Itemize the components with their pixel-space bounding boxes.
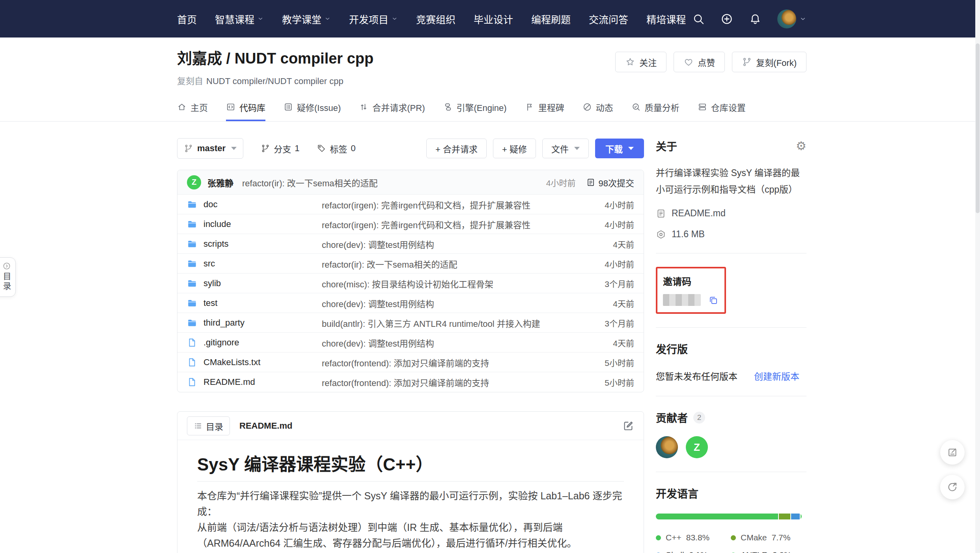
file-commit-message[interactable]: refactor(irgen): 完善irgen代码和文档，提升扩展兼容性 bbox=[322, 198, 605, 211]
languages-title: 开发语言 bbox=[656, 486, 806, 501]
files-dropdown-button[interactable]: 文件 bbox=[542, 139, 589, 158]
file-commit-message[interactable]: chore(dev): 调整test用例结构 bbox=[322, 336, 613, 349]
new-pr-button[interactable]: + 合并请求 bbox=[426, 139, 487, 158]
readme-link[interactable]: README.md bbox=[656, 208, 806, 219]
branches-link[interactable]: 分支 1 bbox=[261, 142, 299, 155]
commits-link[interactable]: 98次提交 bbox=[586, 176, 634, 189]
nav-item[interactable]: 交流问答 bbox=[589, 12, 628, 26]
contributors-count-badge: 2 bbox=[693, 412, 705, 424]
branch-icon bbox=[184, 144, 193, 153]
language-bar-segment bbox=[791, 514, 800, 519]
repo-tab[interactable]: 动态 bbox=[582, 101, 613, 121]
contributors-title: 贡献者 bbox=[656, 410, 688, 425]
file-name[interactable]: scripts bbox=[203, 239, 322, 249]
nav-item[interactable]: 精培课程 bbox=[646, 12, 686, 26]
caret-down-icon bbox=[231, 147, 237, 150]
file-commit-message[interactable]: chore(dev): 调整test用例结构 bbox=[322, 238, 613, 250]
scrollbar-thumb[interactable] bbox=[976, 43, 980, 213]
commit-message[interactable]: refactor(ir): 改一下sema相关的适配 bbox=[242, 176, 377, 189]
commit-author-avatar[interactable]: Z bbox=[187, 175, 201, 189]
repo-tab[interactable]: 里程碑 bbox=[525, 101, 564, 121]
file-row[interactable]: third_party build(antlr): 引入第三方 ANTLR4 r… bbox=[177, 313, 644, 333]
contributor-avatar[interactable]: Z bbox=[686, 436, 708, 458]
copy-icon[interactable] bbox=[708, 295, 719, 306]
toc-float-label: 目录 bbox=[0, 272, 12, 292]
file-name[interactable]: sylib bbox=[203, 278, 322, 289]
file-commit-time: 5小时前 bbox=[605, 376, 634, 388]
toc-float-tab[interactable]: 目录 bbox=[0, 257, 16, 297]
file-name[interactable]: include bbox=[203, 219, 322, 229]
file-commit-time: 4天前 bbox=[613, 238, 634, 250]
file-commit-message[interactable]: refactor(ir): 改一下sema相关的适配 bbox=[322, 257, 605, 270]
toc-button[interactable]: 目录 bbox=[187, 416, 230, 435]
like-button[interactable]: 点赞 bbox=[674, 52, 725, 72]
forked-from-repo-link[interactable]: NUDT compiler/NUDT compiler cpp bbox=[206, 76, 343, 86]
contributor-avatar[interactable] bbox=[656, 436, 678, 458]
avatar[interactable] bbox=[777, 9, 796, 28]
nav-item[interactable]: 教学课堂 bbox=[282, 12, 331, 26]
repo-tab[interactable]: 代码库 bbox=[226, 101, 265, 121]
file-name[interactable]: third_party bbox=[203, 318, 322, 328]
nav-item-label: 教学课堂 bbox=[282, 12, 321, 26]
repo-tab[interactable]: 质量分析 bbox=[631, 101, 679, 121]
nav-item[interactable]: 竞赛组织 bbox=[416, 12, 455, 26]
repo-tab[interactable]: 仓库设置 bbox=[698, 101, 746, 121]
branch-selector[interactable]: master bbox=[177, 138, 243, 159]
create-release-link[interactable]: 创建新版本 bbox=[754, 369, 799, 382]
file-name[interactable]: src bbox=[203, 259, 322, 269]
gear-icon[interactable]: ⚙ bbox=[796, 140, 806, 152]
nav-item[interactable]: 编程刷题 bbox=[531, 12, 571, 26]
repo-tab[interactable]: 疑修(Issue) bbox=[284, 101, 341, 121]
new-issue-button[interactable]: + 疑修 bbox=[493, 139, 536, 158]
sidebar: 关于 ⚙ 并行编译课程实验 SysY 编译器的最小可运行示例和指导文档（cpp版… bbox=[656, 138, 806, 553]
chevron-down-icon bbox=[799, 15, 806, 22]
file-commit-message[interactable]: chore(misc): 按目录结构设计初始化工程骨架 bbox=[322, 277, 605, 290]
divider bbox=[197, 481, 624, 482]
nav-item[interactable]: 毕业设计 bbox=[474, 12, 513, 26]
plus-circle-icon[interactable] bbox=[721, 13, 733, 25]
nav-item[interactable]: 开发项目 bbox=[349, 12, 398, 26]
file-row[interactable]: scripts chore(dev): 调整test用例结构 4天前 bbox=[177, 234, 644, 254]
language-bar-segment bbox=[656, 514, 778, 519]
feedback-fab[interactable] bbox=[940, 440, 965, 465]
tab-icon bbox=[631, 102, 641, 112]
file-commit-message[interactable]: refactor(irgen): 完善irgen代码和文档，提升扩展兼容性 bbox=[322, 218, 605, 231]
file-name[interactable]: README.md bbox=[203, 377, 322, 387]
file-commit-message[interactable]: refactor(frontend): 添加对只编译前端的支持 bbox=[322, 356, 605, 369]
file-row[interactable]: test chore(dev): 调整test用例结构 4天前 bbox=[177, 293, 644, 313]
file-row[interactable]: src refactor(ir): 改一下sema相关的适配 4小时前 bbox=[177, 254, 644, 274]
repo-tab[interactable]: 主页 bbox=[177, 101, 208, 121]
file-commit-message[interactable]: build(antlr): 引入第三方 ANTLR4 runtime/tool … bbox=[322, 317, 605, 329]
file-name[interactable]: test bbox=[203, 298, 322, 308]
share-fab[interactable] bbox=[940, 475, 965, 499]
language-bar-segment bbox=[801, 514, 802, 519]
file-name[interactable]: doc bbox=[203, 199, 322, 210]
file-name[interactable]: CMakeLists.txt bbox=[203, 357, 322, 367]
nav-item[interactable]: 首页 bbox=[177, 12, 197, 26]
file-row[interactable]: sylib chore(misc): 按目录结构设计初始化工程骨架 3个月前 bbox=[177, 274, 644, 293]
repo-tab[interactable]: 引擎(Engine) bbox=[443, 101, 507, 121]
file-row[interactable]: doc refactor(irgen): 完善irgen代码和文档，提升扩展兼容… bbox=[177, 195, 644, 214]
file-row[interactable]: .gitignore chore(dev): 调整test用例结构 4天前 bbox=[177, 333, 644, 352]
nav-item[interactable]: 智慧课程 bbox=[215, 12, 264, 26]
edit-icon[interactable] bbox=[622, 420, 634, 432]
user-menu[interactable] bbox=[777, 9, 806, 28]
file-commit-message[interactable]: refactor(frontend): 添加对只编译前端的支持 bbox=[322, 376, 605, 388]
bell-icon[interactable] bbox=[749, 13, 762, 25]
language-percent: 83.8% bbox=[686, 533, 710, 542]
file-row[interactable]: include refactor(irgen): 完善irgen代码和文档，提升… bbox=[177, 214, 644, 234]
search-icon[interactable] bbox=[692, 13, 705, 25]
fork-button[interactable]: 复刻(Fork) bbox=[732, 52, 806, 72]
file-row[interactable]: CMakeLists.txt refactor(frontend): 添加对只编… bbox=[177, 352, 644, 372]
file-row[interactable]: README.md refactor(frontend): 添加对只编译前端的支… bbox=[177, 372, 644, 392]
repo-tab[interactable]: 合并请求(PR) bbox=[359, 101, 425, 121]
language-color-dot bbox=[656, 535, 661, 540]
watch-button[interactable]: 关注 bbox=[615, 52, 666, 72]
file-commit-time: 4小时前 bbox=[605, 199, 634, 210]
tab-icon bbox=[226, 102, 235, 112]
file-commit-message[interactable]: chore(dev): 调整test用例结构 bbox=[322, 297, 613, 309]
tags-link[interactable]: 标签 0 bbox=[317, 142, 355, 155]
commit-author[interactable]: 张雅静 bbox=[207, 176, 233, 189]
file-name[interactable]: .gitignore bbox=[203, 337, 322, 348]
download-button[interactable]: 下载 bbox=[595, 139, 644, 158]
